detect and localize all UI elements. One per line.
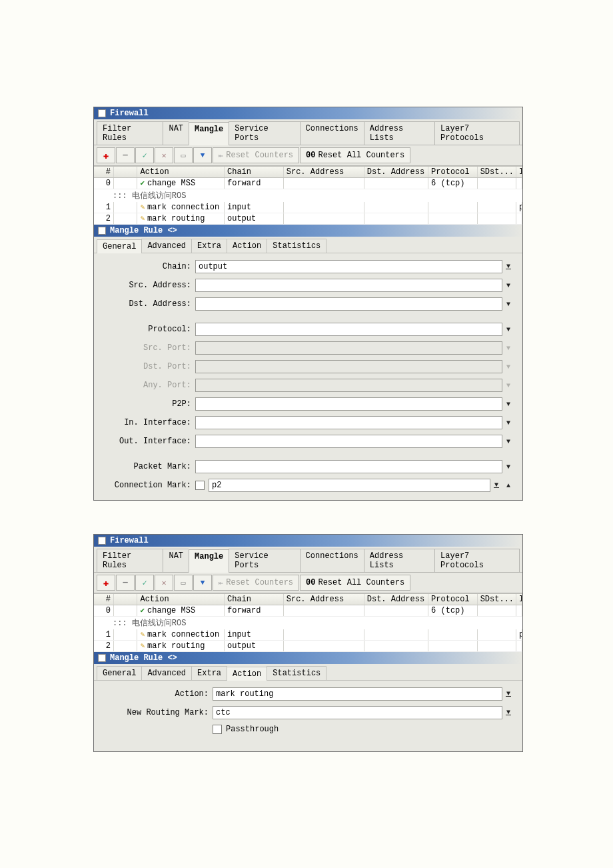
col-in-interface[interactable]: In. In	[516, 167, 522, 177]
tab-extra[interactable]: Extra	[191, 666, 227, 680]
titlebar[interactable]: Firewall	[94, 535, 522, 547]
col-dst-addr[interactable]: Dst. Address	[364, 167, 428, 177]
col-action[interactable]: Action	[137, 594, 225, 605]
tab-advanced[interactable]: Advanced	[141, 666, 192, 680]
reset-all-counters-button[interactable]: 00 Reset All Counters	[300, 147, 410, 163]
reset-counters-button[interactable]: Reset Counters	[213, 147, 299, 163]
tab-statistics[interactable]: Statistics	[267, 239, 326, 253]
tab-filter-rules[interactable]: Filter Rules	[97, 121, 163, 145]
disable-button[interactable]	[155, 147, 173, 163]
enable-button[interactable]	[135, 147, 154, 163]
tab-general[interactable]: General	[97, 239, 142, 253]
src-address-dropdown[interactable]	[502, 281, 514, 290]
remove-button[interactable]	[116, 575, 135, 591]
col-action[interactable]: Action	[137, 167, 225, 177]
out-interface-input[interactable]	[195, 435, 502, 448]
col-flag[interactable]	[114, 594, 138, 605]
protocol-dropdown[interactable]	[502, 325, 514, 334]
dialog-titlebar[interactable]: Mangle Rule <>	[94, 652, 522, 664]
new-routing-mark-input[interactable]	[213, 706, 502, 719]
col-protocol[interactable]: Protocol	[428, 594, 478, 605]
tab-action[interactable]: Action	[227, 667, 267, 681]
col-in-interface[interactable]: In. In	[516, 594, 522, 605]
enable-button[interactable]	[135, 575, 154, 591]
connection-mark-collapse[interactable]	[502, 481, 514, 490]
chain-dropdown[interactable]	[502, 264, 514, 269]
tab-connections[interactable]: Connections	[300, 549, 364, 572]
out-interface-dropdown[interactable]	[502, 437, 514, 446]
table-row[interactable]: 0 change MSS forward 6 (tcp)	[94, 178, 522, 189]
packet-mark-label: Packet Mark:	[102, 462, 195, 471]
remove-button[interactable]	[116, 147, 135, 163]
passthrough-checkbox[interactable]	[213, 725, 222, 734]
tab-action[interactable]: Action	[227, 239, 267, 253]
p2p-dropdown[interactable]	[502, 399, 514, 409]
col-chain[interactable]: Chain	[225, 594, 284, 605]
col-protocol[interactable]: Protocol	[428, 167, 478, 177]
comment-button[interactable]	[174, 147, 193, 163]
tab-address-lists[interactable]: Address Lists	[364, 549, 434, 572]
dialog-titlebar[interactable]: Mangle Rule <>	[94, 225, 522, 237]
table-row[interactable]: 1 mark connection input pppoe-	[94, 629, 522, 641]
tab-mangle[interactable]: Mangle	[189, 549, 229, 573]
comment-button[interactable]	[174, 575, 193, 591]
tab-statistics[interactable]: Statistics	[267, 666, 326, 680]
packet-mark-dropdown[interactable]	[502, 462, 514, 471]
action-input[interactable]	[213, 687, 502, 701]
table-row[interactable]: 2 mark routing output	[94, 641, 522, 652]
reset-counters-button[interactable]: Reset Counters	[213, 575, 299, 591]
disable-button[interactable]	[155, 575, 173, 591]
tab-layer7[interactable]: Layer7 Protocols	[434, 549, 520, 572]
col-index[interactable]: #	[94, 594, 114, 605]
filter-button[interactable]	[193, 147, 212, 163]
action-dropdown[interactable]	[502, 691, 514, 697]
packet-mark-input[interactable]	[195, 460, 502, 473]
in-interface-dropdown[interactable]	[502, 418, 514, 427]
col-src-addr[interactable]: Src. Address	[284, 594, 364, 605]
toolbar: Reset Counters 00 Reset All Counters	[94, 145, 522, 166]
add-button[interactable]	[97, 575, 115, 591]
tab-service-ports[interactable]: Service Ports	[229, 121, 299, 145]
reset-all-counters-button[interactable]: 00 Reset All Counters	[300, 575, 410, 591]
col-dst-addr[interactable]: Dst. Address	[364, 594, 428, 605]
col-src-addr[interactable]: Src. Address	[284, 167, 364, 177]
src-port-input	[195, 341, 502, 355]
new-routing-mark-dropdown[interactable]	[502, 710, 514, 715]
table-row[interactable]: 1 mark connection input pppoe-	[94, 202, 522, 213]
chain-input[interactable]	[195, 260, 502, 273]
col-sdst[interactable]: SDst...	[478, 594, 516, 605]
tab-address-lists[interactable]: Address Lists	[364, 121, 434, 145]
check-icon	[142, 151, 147, 161]
tab-general[interactable]: General	[97, 666, 142, 680]
system-menu-icon	[98, 227, 106, 235]
firewall-window-1: Firewall Filter Rules NAT Mangle Service…	[93, 107, 523, 501]
tab-layer7[interactable]: Layer7 Protocols	[434, 121, 520, 145]
p2p-input[interactable]	[195, 397, 502, 411]
col-index[interactable]: #	[94, 167, 114, 177]
add-button[interactable]	[97, 147, 115, 163]
dst-address-dropdown[interactable]	[502, 299, 514, 309]
connection-mark-checkbox[interactable]	[195, 481, 205, 490]
connection-mark-input[interactable]	[209, 479, 490, 492]
dst-address-input[interactable]	[195, 297, 502, 311]
table-row[interactable]: 2 mark routing output	[94, 213, 522, 225]
tab-advanced[interactable]: Advanced	[141, 239, 192, 253]
col-chain[interactable]: Chain	[225, 167, 284, 177]
col-sdst[interactable]: SDst...	[478, 167, 516, 177]
passthrough-label: Passthrough	[226, 725, 279, 734]
titlebar[interactable]: Firewall	[94, 107, 522, 119]
tab-service-ports[interactable]: Service Ports	[229, 549, 299, 572]
in-interface-input[interactable]	[195, 416, 502, 429]
tab-filter-rules[interactable]: Filter Rules	[97, 549, 163, 572]
col-flag[interactable]	[114, 167, 138, 177]
protocol-input[interactable]	[195, 323, 502, 336]
tab-nat[interactable]: NAT	[163, 121, 189, 145]
tab-nat[interactable]: NAT	[163, 549, 189, 572]
tab-mangle[interactable]: Mangle	[189, 122, 229, 145]
filter-button[interactable]	[193, 575, 212, 591]
src-address-input[interactable]	[195, 279, 502, 292]
table-row[interactable]: 0 change MSS forward 6 (tcp)	[94, 605, 522, 617]
tab-extra[interactable]: Extra	[191, 239, 227, 253]
connection-mark-dropdown[interactable]	[490, 483, 502, 488]
tab-connections[interactable]: Connections	[300, 121, 364, 145]
